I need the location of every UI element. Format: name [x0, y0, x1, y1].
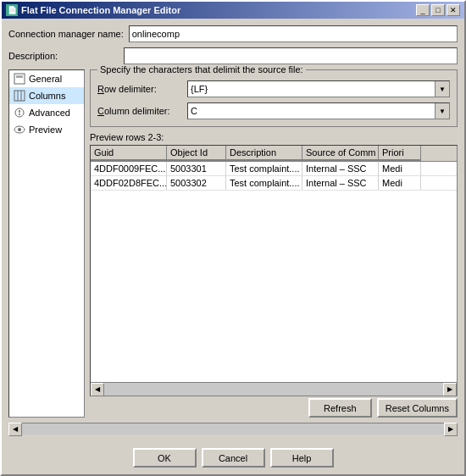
col-header-source: Source of Comm	[302, 146, 379, 161]
sidebar-advanced-label: Advanced	[29, 108, 70, 118]
row-delimiter-row: Row delimiter: {LF} ▼	[97, 80, 450, 97]
main-window: 📄 Flat File Connection Manager Editor _ …	[0, 0, 466, 476]
table-header: Guid Object Id Description Source of Com…	[91, 146, 457, 162]
scroll-right-button[interactable]: ▶	[443, 383, 457, 396]
col-header-objectid: Object Id	[167, 146, 226, 161]
cell-src-2: Internal – SSC	[302, 176, 379, 190]
cell-objid-2: 5003302	[167, 176, 226, 190]
cell-desc-1: Test complaint....	[226, 162, 302, 175]
win-scroll-left[interactable]: ◀	[8, 423, 22, 436]
maximize-button[interactable]: □	[431, 4, 445, 16]
sidebar-item-advanced[interactable]: Advanced	[9, 104, 84, 121]
row-delimiter-arrow[interactable]: ▼	[435, 81, 449, 97]
preview-label: Preview rows 2-3:	[90, 132, 458, 142]
group-box-label: Specify the characters that delimit the …	[97, 64, 306, 75]
close-button[interactable]: ✕	[447, 4, 460, 16]
sidebar-item-preview[interactable]: Preview	[9, 121, 84, 138]
table-row: 4DDF02D8FEC... 5003302 Test complaint...…	[91, 176, 457, 191]
col-header-guid: Guid	[91, 146, 167, 161]
column-delimiter-label: Column delimiter:	[97, 106, 182, 116]
svg-rect-0	[14, 74, 25, 84]
cell-objid-1: 5003301	[167, 162, 226, 175]
column-delimiter-arrow[interactable]: ▼	[435, 103, 449, 119]
win-scroll-track[interactable]	[22, 423, 444, 434]
right-panel: Specify the characters that delimit the …	[90, 69, 458, 418]
cell-guid-1: 4DDF0009FEC...	[91, 162, 167, 175]
win-scroll-right[interactable]: ▶	[444, 423, 458, 436]
horizontal-scrollbar[interactable]: ◀ ▶	[91, 382, 457, 396]
cell-guid-2: 4DDF02D8FEC...	[91, 176, 167, 190]
title-bar: 📄 Flat File Connection Manager Editor _ …	[2, 2, 464, 19]
refresh-button[interactable]: Refresh	[308, 398, 372, 418]
svg-point-9	[18, 128, 21, 131]
window-title: Flat File Connection Manager Editor	[21, 5, 180, 15]
col-header-description: Description	[226, 146, 302, 161]
content-area: Connection manager name: Description:	[2, 19, 464, 443]
window-icon: 📄	[6, 4, 18, 16]
delimiter-group: Specify the characters that delimit the …	[90, 69, 458, 127]
row-delimiter-value: {LF}	[188, 84, 435, 94]
cell-src-1: Internal – SSC	[302, 162, 379, 175]
action-buttons: Refresh Reset Columns	[90, 398, 458, 418]
cell-desc-2: Test complaint....	[226, 176, 302, 190]
help-button[interactable]: Help	[270, 448, 334, 468]
footer-buttons: OK Cancel Help	[2, 443, 464, 474]
column-delimiter-combo[interactable]: C ▼	[187, 102, 450, 119]
connection-name-row: Connection manager name:	[8, 25, 458, 42]
title-buttons: _ □ ✕	[416, 4, 460, 16]
sidebar: General Columns	[8, 69, 85, 418]
table-body: 4DDF0009FEC... 5003301 Test complaint...…	[91, 162, 457, 382]
column-delimiter-value: C	[188, 106, 435, 116]
row-delimiter-label: Row delimiter:	[97, 84, 182, 94]
sidebar-columns-label: Columns	[29, 91, 65, 101]
preview-icon	[13, 123, 26, 136]
preview-table: Guid Object Id Description Source of Com…	[90, 145, 458, 396]
main-area: General Columns	[8, 69, 458, 418]
col-header-priority: Priori	[379, 146, 421, 161]
sidebar-item-general[interactable]: General	[9, 70, 84, 87]
sidebar-preview-label: Preview	[29, 125, 62, 135]
advanced-icon	[13, 106, 26, 119]
columns-icon	[13, 89, 26, 102]
description-row: Description:	[8, 47, 458, 64]
general-icon	[13, 72, 26, 86]
cancel-button[interactable]: Cancel	[202, 448, 265, 468]
cell-prio-2: Medi	[379, 176, 421, 190]
reset-columns-button[interactable]: Reset Columns	[377, 398, 458, 418]
sidebar-general-label: General	[29, 74, 62, 84]
title-bar-left: 📄 Flat File Connection Manager Editor	[6, 4, 180, 16]
connection-name-input[interactable]	[129, 25, 458, 42]
row-delimiter-combo[interactable]: {LF} ▼	[187, 80, 450, 97]
svg-rect-2	[14, 91, 25, 101]
scroll-track[interactable]	[104, 383, 443, 396]
sidebar-item-columns[interactable]: Columns	[9, 87, 84, 104]
svg-rect-1	[16, 75, 23, 78]
window-bottom-scrollbar[interactable]: ◀ ▶	[8, 423, 458, 436]
scroll-left-button[interactable]: ◀	[91, 383, 104, 396]
table-row: 4DDF0009FEC... 5003301 Test complaint...…	[91, 162, 457, 176]
connection-name-label: Connection manager name:	[8, 29, 124, 39]
column-delimiter-row: Column delimiter: C ▼	[97, 102, 450, 119]
cell-prio-1: Medi	[379, 162, 421, 175]
preview-section: Preview rows 2-3: Guid Object Id Descrip…	[90, 132, 458, 418]
ok-button[interactable]: OK	[133, 448, 197, 468]
svg-point-7	[19, 113, 20, 115]
minimize-button[interactable]: _	[416, 4, 430, 16]
description-label: Description:	[8, 51, 119, 61]
description-input[interactable]	[124, 47, 458, 64]
